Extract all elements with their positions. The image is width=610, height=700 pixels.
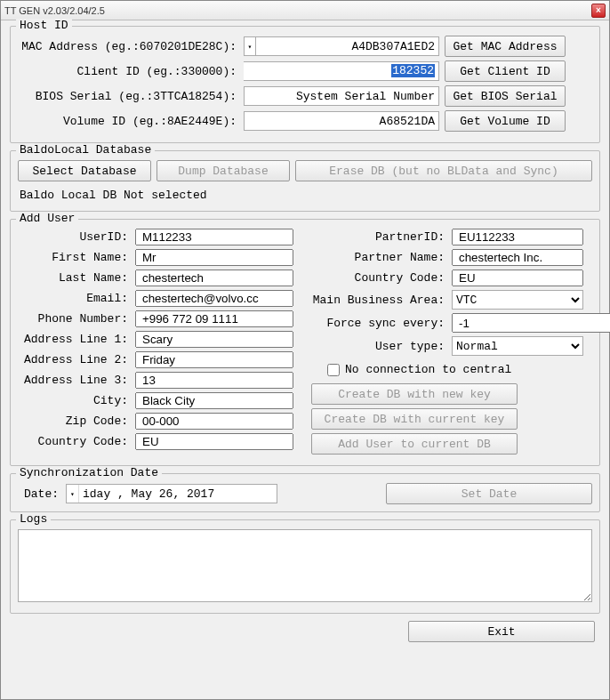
label-date: Date: [18, 487, 60, 501]
group-title-sync: Synchronization Date [16, 466, 162, 479]
sync-value-input[interactable] [452, 313, 610, 333]
titlebar: TT GEN v2.03/2.04/2.5 × [1, 1, 609, 20]
no-connection-checkbox[interactable] [327, 364, 340, 376]
group-host-id: Host ID MAC Address (eg.:6070201DE28C): … [10, 26, 600, 143]
set-date-button[interactable]: Set Date [386, 483, 592, 504]
label-addr2: Address Line 2: [18, 353, 130, 366]
label-city: City: [18, 394, 130, 407]
bios-input[interactable] [244, 86, 439, 106]
addr1-input[interactable] [135, 331, 293, 348]
get-mac-button[interactable]: Get MAC Address [445, 36, 566, 57]
volume-input[interactable] [244, 111, 439, 131]
exit-button[interactable]: Exit [408, 621, 595, 642]
label-bios: BIOS Serial (eg.:3TTCA18254): [18, 90, 238, 103]
close-icon[interactable]: × [591, 4, 606, 18]
label-mba: Main Business Area: [311, 294, 446, 307]
label-pname: Partner Name: [311, 251, 446, 264]
date-value: iday , May 26, 2017 [79, 487, 277, 501]
mba-select[interactable]: VTC [452, 290, 583, 310]
label-email: Email: [18, 292, 130, 305]
create-db-new-key-button[interactable]: Create DB with new key [311, 383, 518, 405]
label-mac: MAC Address (eg.:6070201DE28C): [18, 40, 238, 53]
first-name-input[interactable] [135, 249, 293, 266]
no-connection-label: No connection to central [345, 363, 511, 376]
erase-db-button[interactable]: Erase DB (but no BLData and Sync) [295, 160, 592, 181]
db-status-text: Baldo Local DB Not selected [18, 185, 592, 204]
email-input[interactable] [135, 290, 293, 307]
group-title-db: BaldoLocal Database [16, 143, 155, 157]
zip-input[interactable] [135, 413, 293, 430]
group-title-adduser: Add User [16, 212, 78, 225]
select-db-button[interactable]: Select Database [18, 160, 151, 181]
group-sync-date: Synchronization Date Date: ▾ iday , May … [10, 473, 600, 512]
partnerid-input[interactable] [452, 229, 583, 245]
partner-name-input[interactable] [452, 249, 583, 266]
label-client-id: Client ID (eg.:330000): [18, 65, 238, 78]
phone-input[interactable] [135, 310, 293, 327]
addr3-input[interactable] [135, 372, 293, 389]
dump-db-button[interactable]: Dump Database [157, 160, 290, 181]
create-db-current-key-button[interactable]: Create DB with current key [311, 408, 518, 430]
group-db: BaldoLocal Database Select Database Dump… [10, 150, 600, 212]
add-user-current-db-button[interactable]: Add User to current DB [311, 433, 518, 455]
client-id-selected-text: 182352 [391, 64, 435, 77]
date-picker[interactable]: ▾ iday , May 26, 2017 [66, 484, 277, 503]
userid-input[interactable] [135, 229, 293, 245]
label-partnerid: PartnerID: [311, 230, 446, 244]
group-add-user: Add User UserID: First Name: Last Name: … [10, 219, 600, 466]
sync-spinner[interactable]: ▲ ▼ [452, 313, 583, 333]
chevron-down-icon[interactable]: ▾ [244, 36, 256, 56]
window-title: TT GEN v2.03/2.04/2.5 [4, 5, 591, 16]
get-bios-button[interactable]: Get BIOS Serial [445, 85, 566, 107]
label-utype: User type: [311, 340, 446, 353]
label-ccode: Country Code: [18, 435, 130, 448]
label-phone: Phone Number: [18, 312, 130, 326]
label-pccode: Country Code: [311, 271, 446, 285]
last-name-input[interactable] [135, 270, 293, 286]
label-addr3: Address Line 3: [18, 374, 130, 387]
get-client-id-button[interactable]: Get Client ID [445, 60, 566, 82]
usertype-select[interactable]: Normal [452, 336, 583, 356]
get-volume-button[interactable]: Get Volume ID [445, 110, 566, 132]
partner-ccode-input[interactable] [452, 270, 583, 286]
ccode-input[interactable] [135, 433, 293, 450]
city-input[interactable] [135, 392, 293, 409]
logs-textarea[interactable] [18, 529, 592, 602]
addr2-input[interactable] [135, 351, 293, 368]
label-zip: Zip Code: [18, 414, 130, 428]
group-logs: Logs [10, 519, 600, 614]
label-addr1: Address Line 1: [18, 333, 130, 346]
label-userid: UserID: [18, 230, 130, 244]
label-first: First Name: [18, 251, 130, 264]
group-title-logs: Logs [16, 512, 51, 526]
mac-input[interactable] [256, 36, 439, 56]
group-title-host: Host ID [16, 19, 72, 32]
label-sync: Force sync every: [311, 317, 446, 330]
label-volume: Volume ID (eg.:8AE2449E): [18, 115, 238, 128]
app-window: TT GEN v2.03/2.04/2.5 × Host ID MAC Addr… [0, 0, 610, 700]
label-last: Last Name: [18, 271, 130, 285]
client-area: Host ID MAC Address (eg.:6070201DE28C): … [1, 20, 609, 651]
mac-combo[interactable]: ▾ [244, 36, 439, 56]
chevron-down-icon[interactable]: ▾ [67, 485, 79, 503]
